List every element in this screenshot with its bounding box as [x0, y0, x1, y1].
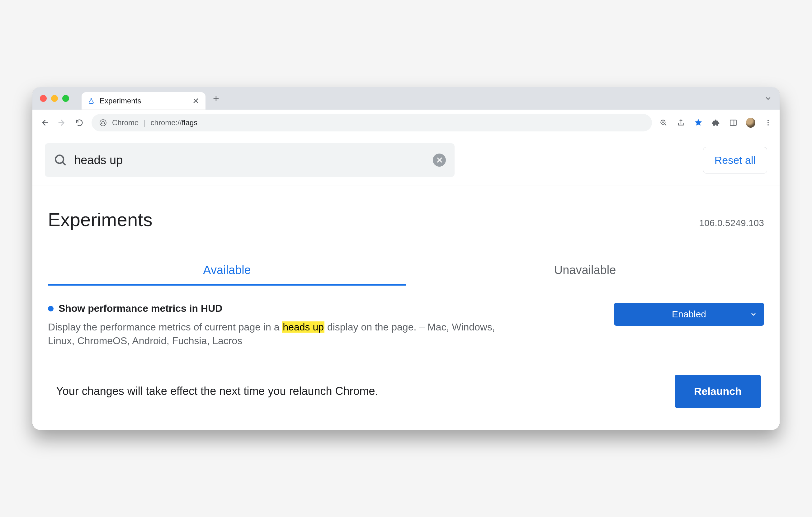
- flask-icon: [87, 97, 95, 105]
- window-controls: [40, 95, 69, 102]
- url-path: flags: [182, 118, 198, 127]
- window-close-icon[interactable]: [40, 95, 47, 102]
- svg-point-5: [767, 122, 769, 123]
- svg-point-1: [102, 121, 104, 124]
- back-button[interactable]: [39, 117, 50, 128]
- modified-dot-icon: [48, 306, 54, 311]
- window-minimize-icon[interactable]: [51, 95, 58, 102]
- bookmark-star-icon[interactable]: [694, 118, 703, 127]
- tab-overflow-icon[interactable]: [764, 94, 774, 103]
- url-scheme: chrome://: [151, 118, 182, 127]
- flag-desc-before: Display the performance metrics of curre…: [48, 321, 282, 333]
- flag-row: Show performance metrics in HUD Display …: [32, 285, 780, 356]
- tab-available[interactable]: Available: [48, 257, 406, 285]
- relaunch-button[interactable]: Relaunch: [675, 375, 761, 408]
- share-icon[interactable]: [676, 118, 686, 127]
- browser-tab[interactable]: Experiments ✕: [82, 92, 205, 110]
- search-icon: [54, 153, 67, 167]
- side-panel-icon[interactable]: [729, 118, 738, 127]
- flags-tabs: Available Unavailable: [48, 257, 764, 285]
- flag-state-select[interactable]: Enabled: [614, 303, 764, 326]
- new-tab-button[interactable]: +: [213, 93, 219, 104]
- svg-point-7: [55, 155, 63, 164]
- flag-title: Show performance metrics in HUD: [48, 303, 595, 314]
- address-bar[interactable]: Chrome | chrome://flags: [91, 114, 652, 132]
- tab-title: Experiments: [99, 96, 141, 105]
- reset-all-button[interactable]: Reset all: [703, 147, 767, 173]
- restart-bar: Your changes will take effect the next t…: [32, 356, 780, 430]
- window-zoom-icon[interactable]: [62, 95, 69, 102]
- tab-strip: Experiments ✕ +: [32, 87, 780, 110]
- extensions-icon[interactable]: [711, 118, 721, 127]
- tab-close-icon[interactable]: ✕: [193, 97, 199, 105]
- page-title: Experiments: [48, 209, 152, 230]
- flags-search-box: ✕: [45, 143, 455, 177]
- browser-toolbar: Chrome | chrome://flags: [32, 110, 780, 136]
- svg-point-4: [767, 120, 769, 121]
- svg-rect-3: [730, 120, 736, 125]
- profile-avatar[interactable]: [746, 118, 755, 127]
- flag-desc-highlight: heads up: [282, 321, 324, 333]
- restart-message: Your changes will take effect the next t…: [56, 385, 378, 398]
- chrome-version: 106.0.5249.103: [699, 218, 764, 228]
- flag-state-value: Enabled: [672, 309, 706, 320]
- page-content: ✕ Reset all Experiments 106.0.5249.103 A…: [32, 136, 780, 429]
- toolbar-actions: [659, 118, 773, 127]
- reload-button[interactable]: [74, 117, 85, 128]
- clear-search-icon[interactable]: ✕: [433, 153, 446, 167]
- url-divider: |: [144, 118, 145, 127]
- chrome-icon: [99, 119, 107, 127]
- flag-description: Display the performance metrics of curre…: [48, 320, 502, 347]
- browser-window: Experiments ✕ + Chrome | chrome://flags: [32, 87, 780, 429]
- flag-title-text: Show performance metrics in HUD: [59, 303, 222, 314]
- flags-search-input[interactable]: [74, 153, 427, 167]
- chevron-down-icon: [750, 311, 757, 318]
- tab-unavailable[interactable]: Unavailable: [406, 257, 764, 285]
- url-prefix-label: Chrome: [112, 118, 139, 127]
- page-header: Experiments 106.0.5249.103: [32, 186, 780, 234]
- zoom-icon[interactable]: [659, 118, 668, 127]
- forward-button: [57, 117, 67, 128]
- flags-search-row: ✕ Reset all: [32, 136, 780, 186]
- svg-point-6: [767, 124, 769, 125]
- kebab-menu-icon[interactable]: [763, 118, 773, 127]
